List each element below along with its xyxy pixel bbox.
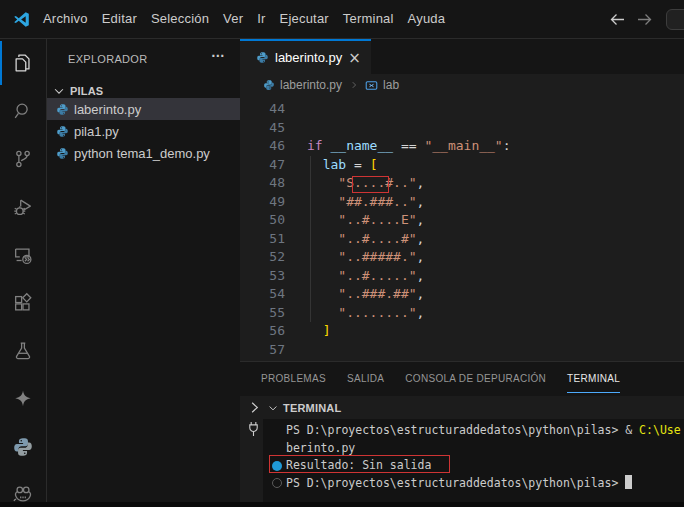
terminal-line: PS D:\proyectos\estructuraddedatos\pytho…: [263, 475, 684, 493]
nav-back-icon[interactable]: [609, 12, 626, 27]
menu-ayuda[interactable]: Ayuda: [401, 7, 453, 31]
menu-ir[interactable]: Ir: [250, 7, 272, 31]
plug-icon[interactable]: [247, 421, 260, 437]
activity-run-debug-icon[interactable]: [0, 183, 46, 231]
bottom-panel: PROBLEMASSALIDACONSOLA DE DEPURACIÓNTERM…: [240, 361, 684, 507]
python-file-icon: [263, 79, 275, 91]
activity-bar: [0, 39, 47, 507]
panel-tab-problemas[interactable]: PROBLEMAS: [261, 362, 326, 396]
file-label: laberinto.py: [74, 102, 141, 117]
menu-selección[interactable]: Selección: [144, 7, 216, 31]
activity-extensions-icon[interactable]: [0, 279, 46, 327]
panel-tab-salida[interactable]: SALIDA: [347, 362, 384, 396]
code-line-55: "........",: [307, 304, 424, 323]
python-file-icon: [56, 125, 69, 138]
annotation-box-code: [352, 176, 389, 193]
code-editor[interactable]: 444546if __name__ == "__main__":47 lab =…: [240, 96, 684, 361]
terminal-header-row: TERMINAL: [240, 396, 684, 419]
chevron-down-icon[interactable]: [267, 402, 279, 414]
line-number: 57: [240, 341, 285, 360]
title-bar: ArchivoEditarSelecciónVerIrEjecutarTermi…: [0, 0, 684, 39]
code-line-49: "##.###..",: [307, 193, 424, 212]
file-item-pila1-py[interactable]: pila1.py: [47, 120, 240, 142]
file-label: python tema1_demo.py: [74, 146, 210, 161]
activity-search-icon[interactable]: [0, 87, 46, 135]
line-number: 53: [240, 267, 285, 286]
panel-tab-terminal[interactable]: TERMINAL: [567, 362, 620, 396]
file-list: laberinto.py pila1.py python tema1_demo.…: [47, 98, 240, 164]
activity-testing-icon[interactable]: [0, 327, 46, 375]
line-number: 56: [240, 322, 285, 341]
terminal-cursor: [625, 475, 632, 489]
line-number: 48: [240, 174, 285, 193]
terminal-line: PS D:\proyectos\estructuraddedatos\pytho…: [263, 422, 684, 440]
code-line-53: "..#.....",: [307, 267, 424, 286]
line-number: 46: [240, 137, 285, 156]
terminal-text: PS D:\proyectos\estructuraddedatos\pytho…: [286, 475, 632, 493]
line-number: 45: [240, 119, 285, 138]
activity-files-icon[interactable]: [0, 39, 46, 87]
prompt-decoration-icon[interactable]: [272, 478, 282, 488]
activity-source-control-icon[interactable]: [0, 135, 46, 183]
code-line-51: "..#....#",: [307, 230, 424, 249]
vscode-window: ArchivoEditarSelecciónVerIrEjecutarTermi…: [0, 0, 684, 507]
code-line-56: ]: [307, 322, 330, 341]
code-line-54: "..###.##",: [307, 285, 424, 304]
panel-tab-consola-de-depuraci-n[interactable]: CONSOLA DE DEPURACIÓN: [405, 362, 546, 396]
file-item-python-tema1-demo-py[interactable]: python tema1_demo.py: [47, 142, 240, 164]
more-actions-icon[interactable]: ⋯: [211, 47, 226, 63]
editor-tab-bar: laberinto.py ×: [240, 39, 684, 74]
breadcrumb-file[interactable]: laberinto.py: [280, 78, 342, 92]
menu-editar[interactable]: Editar: [95, 7, 144, 31]
line-number: 50: [240, 211, 285, 230]
activity-remote-explorer-icon[interactable]: [0, 231, 46, 279]
annotation-box-terminal: [269, 455, 450, 473]
code-line-50: "..#....E",: [307, 211, 424, 230]
nav-history: [609, 0, 653, 38]
terminal-gutter: [240, 419, 263, 507]
panel-tab-bar: PROBLEMASSALIDACONSOLA DE DEPURACIÓNTERM…: [261, 362, 620, 396]
chevron-down-icon: [52, 84, 66, 98]
activity-python-icon[interactable]: [0, 423, 46, 471]
nav-forward-icon[interactable]: [636, 12, 653, 27]
code-line-52: "..#####.",: [307, 248, 424, 267]
file-item-laberinto-py[interactable]: laberinto.py: [47, 98, 240, 120]
file-label: pila1.py: [74, 124, 119, 139]
line-number: 49: [240, 193, 285, 212]
menu-terminal[interactable]: Terminal: [336, 7, 401, 31]
line-number: 55: [240, 304, 285, 323]
python-file-icon: [56, 103, 69, 116]
symbol-variable-icon: [365, 79, 378, 92]
code-line-47: lab = [: [307, 156, 377, 175]
chevron-right-icon[interactable]: [247, 400, 262, 415]
tab-label: laberinto.py: [275, 50, 342, 65]
line-number: 54: [240, 285, 285, 304]
terminal-text: PS D:\proyectos\estructuraddedatos\pytho…: [286, 422, 681, 440]
breadcrumbs: laberinto.py lab: [240, 74, 684, 96]
line-number: 47: [240, 156, 285, 175]
bottom-edge: [0, 502, 684, 507]
menu-ver[interactable]: Ver: [216, 7, 250, 31]
tab-laberinto[interactable]: laberinto.py ×: [240, 39, 371, 74]
code-line-46: if __name__ == "__main__":: [307, 137, 511, 156]
folder-section-label: PILAS: [70, 85, 103, 97]
menu-archivo[interactable]: Archivo: [36, 7, 95, 31]
active-view-indicator: [0, 41, 2, 85]
line-number: 44: [240, 100, 285, 119]
python-file-icon: [56, 147, 69, 160]
command-center-searchbox[interactable]: [666, 9, 684, 30]
terminal-header-label[interactable]: TERMINAL: [283, 402, 341, 414]
menu-bar: ArchivoEditarSelecciónVerIrEjecutarTermi…: [36, 0, 452, 38]
explorer-sidebar: EXPLORADOR ⋯ PILAS laberinto.py pila1.py…: [47, 39, 240, 507]
line-number: 51: [240, 230, 285, 249]
menu-ejecutar[interactable]: Ejecutar: [273, 7, 336, 31]
activity-sparkle-icon[interactable]: [0, 375, 46, 423]
python-file-icon: [256, 51, 269, 64]
breadcrumb-symbol[interactable]: lab: [383, 78, 399, 92]
vscode-logo-icon: [13, 11, 30, 28]
sidebar-title: EXPLORADOR: [68, 53, 147, 65]
chevron-right-icon: [349, 80, 359, 90]
tab-close-icon[interactable]: ×: [348, 49, 361, 67]
line-number: 52: [240, 248, 285, 267]
